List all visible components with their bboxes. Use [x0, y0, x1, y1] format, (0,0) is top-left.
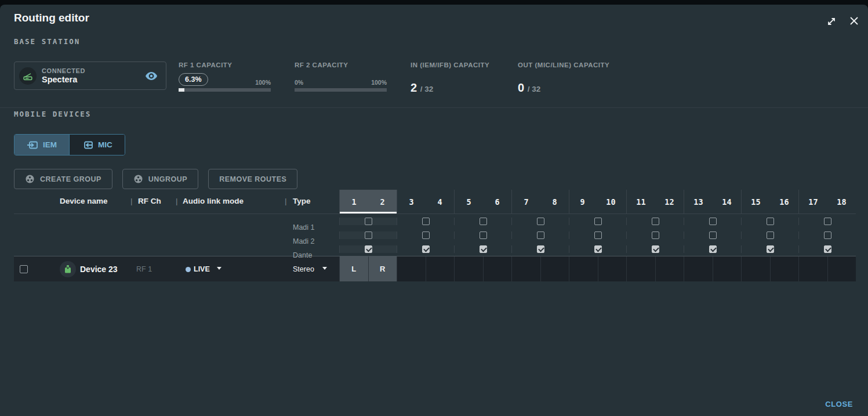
route-checkbox[interactable]: [537, 218, 544, 225]
route-checkbox[interactable]: [365, 231, 372, 239]
route-checkbox[interactable]: [594, 231, 602, 239]
route-checkbox[interactable]: [480, 245, 487, 253]
route-checkbox[interactable]: [480, 231, 487, 239]
channel-number: 8: [552, 197, 557, 207]
tab-mic[interactable]: MIC: [69, 135, 125, 155]
bus-row-dante: Dante: [14, 242, 856, 256]
route-checkbox[interactable]: [422, 231, 430, 239]
tab-iem[interactable]: IEM: [14, 135, 69, 155]
channel-number: 14: [722, 197, 731, 207]
channel-number: 6: [495, 197, 499, 207]
device-channel-cell[interactable]: [655, 256, 684, 281]
channel-pair-header-7-8[interactable]: 78: [511, 190, 569, 214]
route-checkbox[interactable]: [709, 218, 717, 225]
device-channel-cell[interactable]: [397, 256, 426, 281]
channel-number: 1: [351, 197, 356, 207]
bus-row-madi1: Madi 1: [14, 214, 856, 228]
chevron-down-icon[interactable]: [217, 267, 221, 270]
route-checkbox[interactable]: [652, 218, 659, 225]
device-channel-cell[interactable]: [569, 256, 598, 281]
device-channel-cell[interactable]: [713, 256, 742, 281]
device-channel-cell[interactable]: [454, 256, 483, 281]
route-checkbox[interactable]: [652, 231, 659, 239]
channel-pair-header-3-4[interactable]: 34: [397, 190, 454, 214]
channel-pair-header-9-10[interactable]: 910: [569, 190, 626, 214]
channel-pair-header-1-2[interactable]: 12: [339, 190, 397, 214]
device-channel-cell[interactable]: [540, 256, 569, 281]
route-checkbox[interactable]: [824, 245, 831, 253]
device-routed-cell-R[interactable]: R: [368, 256, 397, 281]
in-capacity-used: 2: [411, 81, 417, 94]
expand-icon[interactable]: [826, 16, 837, 27]
bus-route-cell: [626, 245, 684, 253]
route-checkbox[interactable]: [537, 231, 544, 239]
route-checkbox[interactable]: [767, 231, 774, 239]
route-checkbox[interactable]: [824, 218, 831, 225]
device-channel-cell[interactable]: [426, 256, 455, 281]
chevron-down-icon[interactable]: [322, 267, 327, 270]
remove-routes-button[interactable]: REMOVE ROUTES: [208, 169, 297, 189]
channel-pair-header-15-16[interactable]: 1516: [741, 190, 798, 214]
bus-route-cell: [569, 231, 626, 239]
route-checkbox[interactable]: [537, 245, 544, 253]
route-checkbox[interactable]: [709, 245, 717, 253]
device-row: Device 23 RF 1 LIVE Stereo LR: [14, 256, 856, 281]
iem-icon: [27, 140, 38, 150]
route-checkbox[interactable]: [767, 218, 774, 225]
channel-pair-header-13-14[interactable]: 1314: [684, 190, 741, 214]
connection-status: CONNECTED: [42, 67, 145, 74]
create-group-label: CREATE GROUP: [40, 175, 101, 183]
ungroup-label: UNGROUP: [148, 175, 187, 183]
route-checkbox[interactable]: [365, 245, 372, 253]
device-routed-cell-L[interactable]: L: [339, 256, 368, 281]
device-channel-cell[interactable]: [684, 256, 713, 281]
route-checkbox[interactable]: [422, 245, 430, 253]
out-capacity: OUT (MIC/LINE) CAPACITY 0 / 32: [518, 62, 609, 95]
device-channel-cell[interactable]: [798, 256, 827, 281]
table-header-row: Device name | RF Ch | Audio link mode | …: [14, 190, 856, 214]
close-button[interactable]: CLOSE: [825, 400, 853, 408]
device-channel-cell[interactable]: [511, 256, 540, 281]
channel-number: 18: [837, 197, 846, 207]
bus-route-cell: [798, 218, 856, 225]
route-checkbox[interactable]: [652, 245, 659, 253]
route-checkbox[interactable]: [480, 218, 487, 225]
page-title: Routing editor: [14, 12, 89, 24]
ungroup-button[interactable]: UNGROUP: [122, 169, 198, 189]
device-channel-cell[interactable]: [598, 256, 627, 281]
audio-link-mode-value[interactable]: LIVE: [194, 265, 210, 273]
device-channel-cell[interactable]: [626, 256, 655, 281]
col-header-device-name: Device name: [60, 197, 108, 205]
device-channel-cell[interactable]: [770, 256, 799, 281]
tab-iem-label: IEM: [43, 140, 57, 149]
route-checkbox[interactable]: [594, 218, 602, 225]
route-checkbox[interactable]: [365, 218, 372, 225]
bus-route-cell: [684, 245, 741, 253]
type-value[interactable]: Stereo: [293, 265, 314, 273]
route-checkbox[interactable]: [824, 231, 831, 239]
channel-number: 4: [437, 197, 442, 207]
device-select-checkbox[interactable]: [20, 265, 28, 273]
rf1-capacity-value: 6.3%: [179, 73, 208, 86]
route-checkbox[interactable]: [767, 245, 774, 253]
bus-route-cell: [626, 218, 684, 225]
bus-route-cell: [454, 245, 511, 253]
route-checkbox[interactable]: [594, 245, 602, 253]
channel-pair-header-5-6[interactable]: 56: [454, 190, 511, 214]
bus-route-cell: [511, 218, 569, 225]
device-channel-cell[interactable]: [741, 256, 770, 281]
device-channel-cell[interactable]: [827, 256, 856, 281]
eye-icon[interactable]: [145, 71, 158, 81]
create-group-button[interactable]: CREATE GROUP: [14, 169, 112, 189]
close-icon[interactable]: [849, 16, 859, 26]
bus-route-cell: [511, 231, 569, 239]
in-capacity-label: IN (IEM/IFB) CAPACITY: [411, 62, 489, 68]
bus-route-cell: [397, 218, 454, 225]
route-checkbox[interactable]: [422, 218, 430, 225]
bus-label: Madi 2: [293, 237, 315, 245]
device-channel-cell[interactable]: [483, 256, 512, 281]
channel-pair-header-17-18[interactable]: 1718: [798, 190, 856, 214]
channel-pair-header-11-12[interactable]: 1112: [626, 190, 684, 214]
connected-base-station-card[interactable]: CONNECTED Spectera: [14, 62, 166, 90]
route-checkbox[interactable]: [709, 231, 717, 239]
